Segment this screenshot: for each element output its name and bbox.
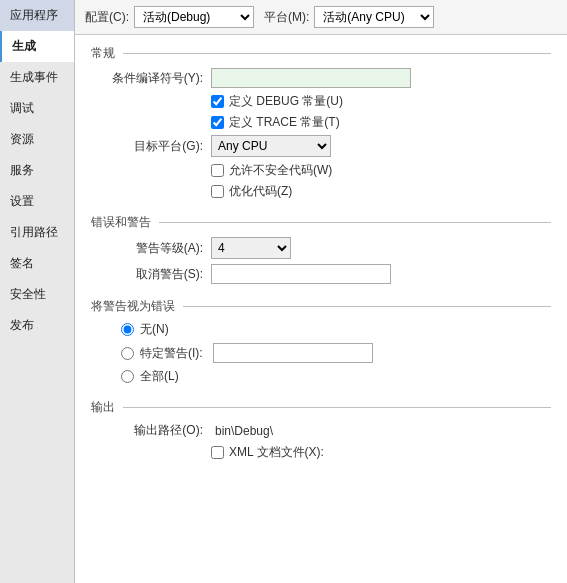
sidebar-item-security[interactable]: 安全性: [0, 279, 74, 310]
optimize-row: 优化代码(Z): [91, 183, 551, 200]
all-radio-row: 全部(L): [91, 368, 551, 385]
xml-doc-checkbox[interactable]: [211, 446, 224, 459]
allow-unsafe-label: 允许不安全代码(W): [229, 162, 332, 179]
sidebar-item-publish[interactable]: 发布: [0, 310, 74, 341]
xml-doc-row: XML 文档文件(X):: [91, 444, 551, 461]
sidebar-item-reference-paths[interactable]: 引用路径: [0, 217, 74, 248]
xml-doc-label: XML 文档文件(X):: [229, 444, 324, 461]
output-section-title: 输出: [91, 399, 551, 416]
define-debug-checkbox[interactable]: [211, 95, 224, 108]
sidebar-item-resources[interactable]: 资源: [0, 124, 74, 155]
conditional-symbols-row: 条件编译符号(Y):: [91, 68, 551, 88]
optimize-checkbox[interactable]: [211, 185, 224, 198]
allow-unsafe-checkbox[interactable]: [211, 164, 224, 177]
output-path-value: bin\Debug\: [215, 424, 273, 438]
sidebar-item-services[interactable]: 服务: [0, 155, 74, 186]
errors-warnings-title: 错误和警告: [91, 214, 551, 231]
specific-warnings-input[interactable]: [213, 343, 373, 363]
define-trace-row: 定义 TRACE 常量(T): [91, 114, 551, 131]
specific-radio-row: 特定警告(I):: [91, 343, 551, 363]
output-path-row: 输出路径(O): bin\Debug\: [91, 422, 551, 439]
sidebar: 应用程序 生成 生成事件 调试 资源 服务 设置 引用路径 签名 安全性 发布: [0, 0, 75, 583]
allow-unsafe-row: 允许不安全代码(W): [91, 162, 551, 179]
optimize-label: 优化代码(Z): [229, 183, 292, 200]
target-platform-select[interactable]: Any CPU: [211, 135, 331, 157]
treat-warnings-section: 将警告视为错误 无(N) 特定警告(I): 全部(L): [91, 298, 551, 385]
define-trace-label: 定义 TRACE 常量(T): [229, 114, 340, 131]
output-section: 输出 输出路径(O): bin\Debug\ XML 文档文件(X):: [91, 399, 551, 461]
none-radio-row: 无(N): [91, 321, 551, 338]
suppress-warnings-input[interactable]: [211, 264, 391, 284]
main-panel: 配置(C): 活动(Debug) 平台(M): 活动(Any CPU) 常规 条…: [75, 0, 567, 583]
sidebar-item-build[interactable]: 生成: [0, 31, 74, 62]
warning-level-row: 警告等级(A): 4: [91, 237, 551, 259]
content-area: 常规 条件编译符号(Y): 定义 DEBUG 常量(U) 定义 TRACE 常量…: [75, 35, 567, 583]
target-platform-row: 目标平台(G): Any CPU: [91, 135, 551, 157]
warning-level-label: 警告等级(A):: [101, 240, 211, 257]
all-label: 全部(L): [140, 368, 179, 385]
define-debug-row: 定义 DEBUG 常量(U): [91, 93, 551, 110]
sidebar-item-build-events[interactable]: 生成事件: [0, 62, 74, 93]
sidebar-item-debug[interactable]: 调试: [0, 93, 74, 124]
none-label: 无(N): [140, 321, 169, 338]
all-radio[interactable]: [121, 370, 134, 383]
output-path-label: 输出路径(O):: [101, 422, 211, 439]
conditional-symbols-input[interactable]: [211, 68, 411, 88]
toolbar: 配置(C): 活动(Debug) 平台(M): 活动(Any CPU): [75, 0, 567, 35]
general-section-title: 常规: [91, 45, 551, 62]
warning-level-select[interactable]: 4: [211, 237, 291, 259]
platform-group: 平台(M): 活动(Any CPU): [264, 6, 434, 28]
platform-label: 平台(M):: [264, 9, 309, 26]
specific-label: 特定警告(I):: [140, 345, 203, 362]
define-debug-label: 定义 DEBUG 常量(U): [229, 93, 343, 110]
config-group: 配置(C): 活动(Debug): [85, 6, 254, 28]
sidebar-item-settings[interactable]: 设置: [0, 186, 74, 217]
none-radio[interactable]: [121, 323, 134, 336]
suppress-warnings-label: 取消警告(S):: [101, 266, 211, 283]
define-trace-checkbox[interactable]: [211, 116, 224, 129]
general-section: 常规 条件编译符号(Y): 定义 DEBUG 常量(U) 定义 TRACE 常量…: [91, 45, 551, 200]
sidebar-item-application[interactable]: 应用程序: [0, 0, 74, 31]
config-select[interactable]: 活动(Debug): [134, 6, 254, 28]
treat-warnings-title: 将警告视为错误: [91, 298, 551, 315]
conditional-symbols-label: 条件编译符号(Y):: [101, 70, 211, 87]
suppress-warnings-row: 取消警告(S):: [91, 264, 551, 284]
config-label: 配置(C):: [85, 9, 129, 26]
platform-select[interactable]: 活动(Any CPU): [314, 6, 434, 28]
specific-radio[interactable]: [121, 347, 134, 360]
errors-warnings-section: 错误和警告 警告等级(A): 4 取消警告(S):: [91, 214, 551, 284]
sidebar-item-signing[interactable]: 签名: [0, 248, 74, 279]
target-platform-label: 目标平台(G):: [101, 138, 211, 155]
